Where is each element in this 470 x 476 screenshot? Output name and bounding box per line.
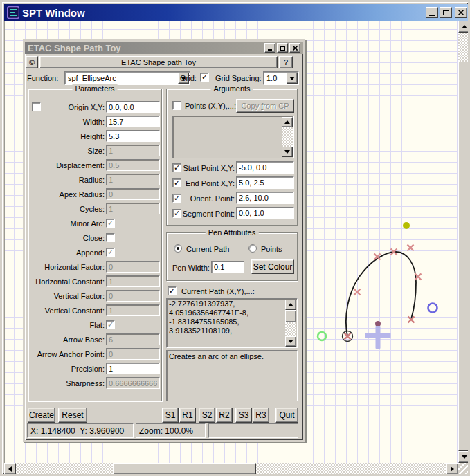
dialog-maximize-button[interactable]	[277, 43, 288, 53]
arg-start-point-x-y-field[interactable]	[236, 161, 294, 174]
s3-button[interactable]: S3	[235, 408, 252, 423]
param-row-horizontal-constant: Horizontal Constant:	[28, 275, 161, 289]
set-colour-button[interactable]: Set Colour	[251, 259, 294, 274]
points-listbox[interactable]	[172, 116, 294, 158]
param-vertical-factor-field	[106, 290, 160, 302]
arg-orient-point-checkbox[interactable]: ✓	[172, 194, 181, 203]
scroll-down-button[interactable]	[282, 147, 293, 157]
help-button[interactable]: ?	[279, 56, 293, 68]
arrow-up-icon	[462, 25, 467, 28]
scroll-up-button[interactable]	[458, 21, 470, 33]
argument-row-start-point-x-y: ✓Start Point X,Y:	[167, 161, 297, 176]
points-checkbox[interactable]	[172, 101, 181, 110]
grid-spacing-label: Grid Spacing:	[215, 74, 262, 82]
hscroll-track-left[interactable]	[16, 463, 113, 475]
copyright-button[interactable]: ©	[26, 56, 38, 68]
thumb[interactable]	[285, 310, 296, 322]
dialog-subtitle: ETAC Shape path Toy	[39, 56, 278, 68]
r3-button[interactable]: R3	[253, 408, 269, 423]
s2-button[interactable]: S2	[199, 408, 215, 423]
pen-width-field[interactable]	[211, 261, 244, 273]
track[interactable]	[282, 127, 293, 147]
param-origin-x-y-enable-checkbox[interactable]	[32, 102, 41, 111]
scroll-down-button[interactable]	[458, 451, 470, 463]
hscroll-track-right[interactable]	[256, 463, 446, 475]
r1-button[interactable]: R1	[179, 408, 196, 423]
x-marker-1	[354, 289, 361, 295]
param-row-size: Size:	[28, 144, 161, 158]
track[interactable]	[285, 322, 296, 336]
scroll-right-button[interactable]	[446, 463, 458, 475]
param-row-arrow-anchor-point: Arrow Anchor Point:	[28, 347, 161, 362]
current-path-values: -2.7276191397937,4.05196356467741E-8,-1.…	[169, 300, 284, 336]
param-width-field[interactable]	[106, 116, 160, 127]
param-minor-arc-checkbox: ✓	[106, 219, 115, 228]
origin-plus-marker	[365, 326, 391, 349]
param-row-radius: Radius:	[28, 173, 161, 187]
arg-segment-point-field[interactable]	[236, 207, 294, 219]
scroll-up-button[interactable]	[285, 300, 296, 310]
arguments-group-title: Arguments	[210, 84, 253, 93]
vertical-scrollbar[interactable]	[458, 21, 470, 463]
vscroll-track[interactable]	[458, 33, 470, 62]
arg-segment-point-checkbox[interactable]: ✓	[172, 209, 181, 218]
reset-button[interactable]: Reset	[58, 408, 87, 423]
hscroll-thumb[interactable]	[113, 463, 256, 475]
arg-orient-point-label: Orient. Point:	[190, 194, 235, 203]
current-path-radio-label: Current Path	[186, 245, 229, 253]
param-row-displacement: Displacement:	[28, 158, 161, 173]
param-append-label: Append:	[76, 248, 105, 257]
dialog-close-button[interactable]	[289, 43, 300, 53]
grid-spacing-dropdown-button[interactable]	[287, 73, 298, 84]
app-icon	[7, 6, 19, 19]
scroll-left-button[interactable]	[4, 463, 16, 475]
param-width-label: Width:	[83, 118, 105, 126]
arg-start-point-x-y-checkbox[interactable]: ✓	[172, 163, 181, 172]
points-listbox-scrollbar[interactable]	[282, 117, 293, 157]
current-path-checkbox[interactable]: ✓	[168, 286, 177, 295]
current-path-scrollbar[interactable]	[285, 300, 296, 347]
param-precision-field[interactable]	[106, 363, 160, 374]
copy-from-cp-button[interactable]: Copy from CP	[236, 99, 294, 113]
param-size-field	[106, 145, 160, 156]
param-height-field[interactable]	[106, 130, 160, 142]
points-radio[interactable]	[248, 244, 257, 253]
spt-window: SPT Window ETAC Shape Path Toy	[0, 0, 470, 476]
arg-orient-point-field[interactable]	[236, 192, 294, 204]
create-button[interactable]: Create	[28, 408, 55, 423]
vscroll-thumb[interactable]	[458, 62, 470, 451]
dialog-minimize-button[interactable]	[264, 43, 275, 53]
param-precision-label: Precision:	[71, 365, 105, 373]
arg-end-point-x-y-field[interactable]	[236, 176, 294, 189]
param-close-checkbox[interactable]	[106, 233, 115, 242]
horizontal-scrollbar[interactable]	[4, 463, 458, 475]
r2-button[interactable]: R2	[216, 408, 233, 423]
s1-button[interactable]: S1	[162, 408, 179, 423]
param-cycles-field	[106, 203, 160, 214]
dialog-minimize-icon	[268, 49, 272, 51]
parameters-group: Parameters Origin X,Y:Width:Height:Size:…	[28, 89, 162, 401]
current-path-value-line: -2.7276191397937,	[169, 300, 284, 309]
quit-button[interactable]: Quit	[275, 408, 298, 423]
param-displacement-field	[106, 159, 160, 171]
points-radio-label: Points	[261, 245, 282, 253]
current-path-listbox[interactable]: -2.7276191397937,4.05196356467741E-8,-1.…	[166, 298, 298, 348]
argument-row-segment-point: ✓Segment Point:	[167, 207, 297, 222]
param-origin-x-y-label: Origin X,Y:	[68, 103, 105, 111]
close-button[interactable]	[455, 7, 467, 18]
minimize-button[interactable]	[426, 7, 438, 18]
scroll-down-button[interactable]	[285, 336, 296, 347]
pen-attributes-group: Pen Attributes Current Path Points Pen W…	[166, 232, 298, 281]
function-combobox[interactable]: spf_EllipseArc	[64, 71, 190, 85]
grid-spacing-combobox[interactable]: 1.0	[263, 71, 299, 85]
arg-end-point-x-y-checkbox[interactable]: ✓	[172, 178, 181, 187]
current-path-radio[interactable]	[174, 244, 182, 253]
resize-grip[interactable]	[458, 463, 470, 475]
maximize-button[interactable]	[440, 7, 452, 18]
param-row-vertical-constant: Vertical Constant:	[28, 304, 161, 318]
grid-checkbox[interactable]: ✓	[200, 73, 209, 82]
param-apex-radius-label: Apex Radius:	[60, 190, 105, 199]
maximize-icon	[443, 10, 449, 15]
scroll-up-button[interactable]	[282, 117, 293, 127]
param-origin-x-y-field[interactable]	[106, 101, 160, 113]
